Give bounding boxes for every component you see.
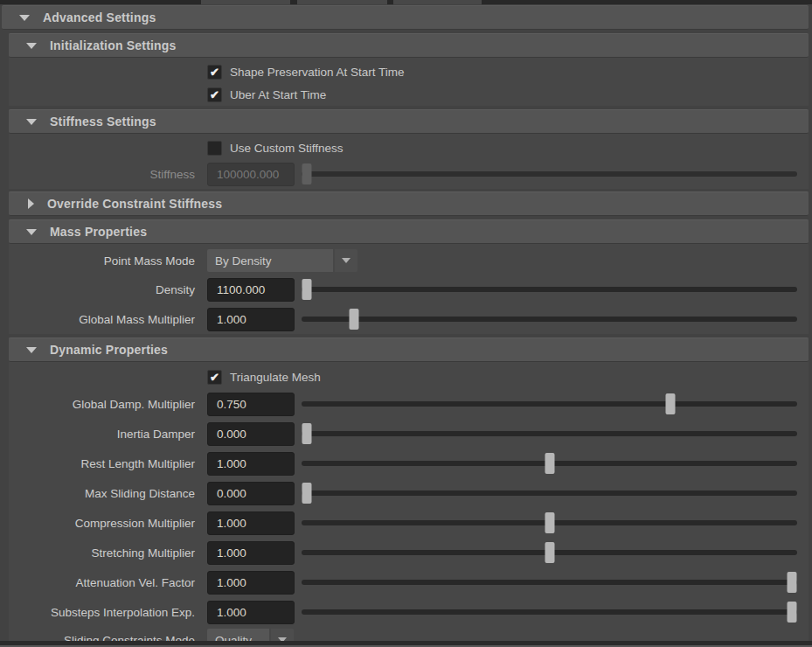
dropdown-button[interactable] [335,249,357,272]
slider-track [302,490,797,496]
attribute-label: Rest Length Multiplier [9,457,195,470]
max-sliding-distance-slider[interactable] [302,483,797,504]
slider-handle[interactable] [788,572,797,593]
slider-handle[interactable] [545,512,554,533]
stretching-multiplier-slider[interactable] [302,542,797,563]
slider-handle[interactable] [302,483,311,504]
attribute-label: Stiffness [9,168,195,181]
uber-at-start-row: ✔ Uber At Start Time [9,83,809,106]
point-mass-mode-dropdown[interactable]: By Density [207,249,357,272]
cropped-toolbar-strip [0,0,812,4]
rest-length-multiplier-field[interactable] [207,452,295,476]
slider-handle[interactable] [302,279,311,300]
stiffness-slider [302,163,797,184]
stiffness-row: Stiffness [9,159,809,189]
density-field[interactable] [207,278,295,302]
attribute-label: Global Damp. Multiplier [9,398,195,411]
global-mass-multiplier-row: Global Mass Multiplier [9,304,809,334]
dynamic-properties-header[interactable]: Dynamic Properties [9,337,809,362]
substeps-interpolation-exp-slider[interactable] [302,602,797,623]
checkbox-label: Uber At Start Time [230,88,326,101]
triangulate-mesh-row: ✔ Triangulate Mesh [9,365,809,389]
dropdown-value[interactable]: By Density [207,249,333,272]
attenuation-vel-factor-slider[interactable] [302,572,797,593]
mass-properties-header[interactable]: Mass Properties [9,219,809,244]
compression-multiplier-slider[interactable] [302,512,797,533]
inertia-damper-field[interactable] [207,422,295,446]
stiffness-field [207,163,295,186]
checkbox-label: Shape Preservation At Start Time [230,66,405,79]
density-slider[interactable] [302,279,797,300]
attribute-label: Substeps Interpolation Exp. [9,606,195,619]
attribute-label: Inertia Damper [9,428,195,441]
expand-arrow-icon[interactable] [26,119,37,125]
slider-handle[interactable] [666,393,676,414]
cropped-button-edge [297,0,387,4]
expand-arrow-icon[interactable] [19,15,30,21]
section-content: ✔ Shape Preservation At Start Time ✔ Ube… [9,58,809,106]
uber-at-start-checkbox[interactable]: ✔ [207,87,222,102]
checkbox-label: Triangulate Mesh [230,371,321,384]
global-damp-multiplier-slider[interactable] [302,393,797,414]
triangulate-mesh-checkbox[interactable]: ✔ [207,370,222,385]
slider-track [302,171,797,177]
slider-track [302,431,797,436]
slider-track [302,317,797,322]
attribute-label: Stretching Multiplier [9,546,195,560]
global-mass-multiplier-slider[interactable] [302,309,797,330]
expand-arrow-icon[interactable] [26,43,37,49]
stiffness-settings-header[interactable]: Stiffness Settings [9,109,809,134]
cropped-button-edge [201,0,290,4]
slider-handle [302,163,311,184]
stretching-multiplier-row: Stretching Multiplier [9,538,809,567]
section-advanced-settings: Advanced Settings [2,5,809,30]
attribute-label: Attenuation Vel. Factor [9,576,195,589]
expand-arrow-icon[interactable] [26,347,37,353]
compression-multiplier-field[interactable] [207,511,295,535]
stretching-multiplier-field[interactable] [207,541,295,565]
attribute-label: Compression Multiplier [9,517,195,530]
slider-handle[interactable] [545,453,554,474]
checkbox-label: Use Custom Stiffness [230,142,344,155]
chevron-down-icon [342,258,350,263]
section-title: Advanced Settings [43,10,156,24]
initialization-settings-header[interactable]: Initialization Settings [9,33,809,58]
attribute-label: Global Mass Multiplier [9,313,195,326]
override-constraint-stiffness-header[interactable]: Override Constraint Stiffness [9,191,809,216]
substeps-interpolation-exp-field[interactable] [207,601,295,624]
attenuation-vel-factor-field[interactable] [207,571,295,595]
cropped-bottom-strip [0,641,812,647]
global-mass-multiplier-field[interactable] [207,308,295,331]
point-mass-mode-row: Point Mass Mode By Density [9,247,809,275]
global-damp-multiplier-field[interactable] [207,393,295,416]
section-content: Use Custom Stiffness Stiffness [9,134,809,189]
rest-length-multiplier-slider[interactable] [302,453,797,474]
advanced-settings-header[interactable]: Advanced Settings [2,5,809,30]
section-content: Point Mass Mode By Density Density Globa… [9,244,809,334]
slider-handle[interactable] [788,602,797,623]
collapsed-arrow-icon[interactable] [28,198,34,209]
check-icon: ✔ [210,89,219,101]
shape-preservation-checkbox[interactable]: ✔ [207,65,222,80]
max-sliding-distance-field[interactable] [207,482,295,505]
slider-track [302,609,797,615]
section-title: Mass Properties [50,225,147,239]
max-sliding-distance-row: Max Sliding Distance [9,478,809,508]
use-custom-stiffness-row: Use Custom Stiffness [9,136,809,159]
inertia-damper-slider[interactable] [302,423,797,444]
attenuation-vel-factor-row: Attenuation Vel. Factor [9,567,809,597]
use-custom-stiffness-checkbox[interactable] [207,141,222,156]
rest-length-multiplier-row: Rest Length Multiplier [9,449,809,478]
slider-track [302,580,797,585]
expand-arrow-icon[interactable] [26,229,37,235]
check-icon: ✔ [210,66,219,78]
cropped-button-edge [393,0,482,4]
slider-track [302,287,797,292]
slider-handle[interactable] [302,423,311,444]
attribute-label: Density [9,283,195,296]
slider-handle[interactable] [545,542,554,563]
section-stiffness-settings: Stiffness Settings Use Custom Stiffness … [9,109,809,189]
section-mass-properties: Mass Properties Point Mass Mode By Densi… [9,219,809,334]
global-damp-multiplier-row: Global Damp. Multiplier [9,389,809,419]
slider-handle[interactable] [349,309,358,330]
